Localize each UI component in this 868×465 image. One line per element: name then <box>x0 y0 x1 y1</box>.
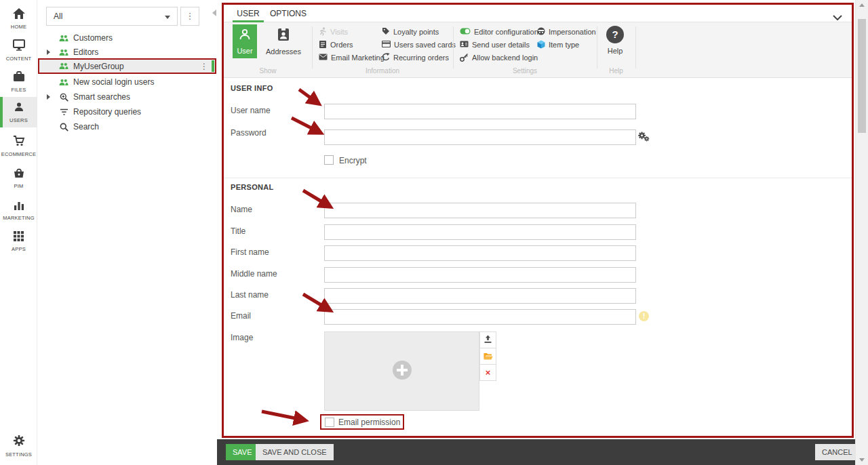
ribbon-send-user-details-button[interactable]: Send user details <box>460 39 530 50</box>
ribbon-separator <box>312 26 313 68</box>
image-delete-button[interactable]: × <box>479 364 496 381</box>
ribbon-button-label: User <box>237 47 252 55</box>
email-input[interactable] <box>324 309 636 325</box>
sidebar-item-pim[interactable]: PIM <box>0 163 37 193</box>
tree-panel: All ⋮ Customers Editors MyUserGroup ⋮ Ne… <box>38 0 217 465</box>
home-icon <box>13 8 25 22</box>
first-name-input[interactable] <box>324 245 636 261</box>
footer-action-bar: SAVE SAVE AND CLOSE CANCEL <box>217 439 855 465</box>
panel-collapse-icon[interactable] <box>212 9 216 16</box>
ribbon-email-marketing-button[interactable]: Email Marketing <box>319 52 384 63</box>
tree-item-label: Customers <box>73 33 113 43</box>
ribbon-editor-configuration-toggle[interactable]: Editor configuration <box>460 26 538 37</box>
chevron-down-icon <box>165 16 170 19</box>
last-name-input[interactable] <box>324 288 636 304</box>
password-gears-icon[interactable] <box>638 132 650 144</box>
scrollbar-down-arrow-icon[interactable] <box>859 458 865 462</box>
address-badge-icon <box>276 27 291 45</box>
tree-menu-button[interactable]: ⋮ <box>180 7 199 26</box>
scrollbar-thumb[interactable] <box>858 19 866 133</box>
tab-options[interactable]: OPTIONS <box>268 5 309 22</box>
ribbon-item-type-button[interactable]: Item type <box>537 39 579 50</box>
ribbon-group-label: Settings <box>453 67 597 75</box>
recurring-arrow-icon <box>382 53 390 62</box>
name-input[interactable] <box>324 203 636 218</box>
ribbon-impersonation-button[interactable]: Impersonation <box>537 26 596 37</box>
tree-item-label: Smart searches <box>73 92 130 102</box>
image-browse-button[interactable] <box>479 348 496 365</box>
question-mark-icon: ? <box>612 28 618 40</box>
ribbon-allow-backend-login-button[interactable]: Allow backend login <box>460 52 538 63</box>
tree-item-label: MyUserGroup <box>73 62 124 71</box>
ribbon-orders-button[interactable]: Orders <box>319 39 353 50</box>
selection-accent-bar <box>212 60 214 72</box>
person-icon <box>14 102 24 115</box>
sidebar-item-home[interactable]: HOME <box>0 4 37 34</box>
key-icon <box>460 53 469 63</box>
user-name-input[interactable] <box>324 104 636 119</box>
save-button[interactable]: SAVE <box>226 444 259 460</box>
tree-item-search[interactable]: Search <box>58 120 99 134</box>
warning-glyph: ! <box>643 312 646 320</box>
credit-card-icon <box>382 41 391 49</box>
tag-icon <box>382 27 390 37</box>
ribbon-separator <box>597 26 597 68</box>
title-input[interactable] <box>324 224 636 240</box>
filter-icon <box>58 108 69 116</box>
ribbon-collapse-chevron-icon[interactable] <box>833 11 842 23</box>
sidebar-item-content[interactable]: CONTENT <box>0 35 37 65</box>
image-upload-button[interactable] <box>479 331 496 348</box>
encrypt-checkbox[interactable] <box>324 155 334 165</box>
expand-arrow-icon[interactable] <box>47 49 50 55</box>
sidebar-item-settings[interactable]: SETTINGS <box>0 431 37 461</box>
sidebar-item-marketing[interactable]: MARKETING <box>0 195 37 225</box>
ribbon-users-saved-cards-button[interactable]: Users saved cards <box>382 39 456 50</box>
ribbon-item-label: Impersonation <box>549 28 596 36</box>
tree-item-editors[interactable]: Editors <box>58 45 98 59</box>
tree-item-customers[interactable]: Customers <box>58 31 113 45</box>
ribbon: User Addresses Show Visits Orders Email … <box>224 22 852 78</box>
user-icon <box>238 28 252 44</box>
tab-user[interactable]: USER <box>233 5 264 22</box>
kebab-menu-icon[interactable]: ⋮ <box>200 62 208 71</box>
tree-item-smart-searches[interactable]: Smart searches <box>58 90 130 104</box>
sidebar-item-files[interactable]: FILES <box>0 67 37 97</box>
cancel-button[interactable]: CANCEL <box>815 444 859 460</box>
sidebar-item-users[interactable]: USERS <box>0 97 37 127</box>
sidebar-item-label: ECOMMERCE <box>1 151 36 157</box>
sidebar-item-label: PIM <box>14 183 24 189</box>
ribbon-addresses-button[interactable]: Addresses <box>264 24 303 58</box>
expand-arrow-icon[interactable] <box>47 94 50 100</box>
ribbon-user-button[interactable]: User <box>233 24 257 58</box>
tree-item-label: Repository queries <box>73 107 141 117</box>
tree-item-repository-queries[interactable]: Repository queries <box>58 105 141 119</box>
ribbon-item-label: Email Marketing <box>331 54 384 62</box>
sidebar-item-label: CONTENT <box>6 56 32 62</box>
sidebar-item-label: MARKETING <box>3 215 34 221</box>
sidebar-item-apps[interactable]: APPS <box>0 226 37 256</box>
middle-name-input[interactable] <box>324 267 636 283</box>
vertical-scrollbar[interactable] <box>855 0 868 465</box>
ribbon-item-label: Users saved cards <box>394 41 456 49</box>
group-filter-dropdown[interactable]: All <box>46 7 178 26</box>
sidebar-item-ecommerce[interactable]: ECOMMERCE <box>0 132 37 161</box>
kebab-menu-icon: ⋮ <box>186 11 195 21</box>
email-warning-icon: ! <box>639 311 649 321</box>
help-button[interactable]: ? <box>606 26 624 43</box>
grid-icon <box>14 231 24 244</box>
tree-item-myusergroup-selected[interactable]: MyUserGroup ⋮ <box>38 58 216 74</box>
email-permission-annotation-box: Email permission <box>320 414 404 430</box>
email-permission-checkbox[interactable] <box>325 418 334 427</box>
tree-item-label: Search <box>73 122 99 132</box>
gear-icon <box>13 434 25 449</box>
ribbon-recurring-orders-button[interactable]: Recurring orders <box>382 52 449 63</box>
tree-item-new-social-login-users[interactable]: New social login users <box>58 75 154 89</box>
password-input[interactable] <box>324 129 636 145</box>
ribbon-item-label: Send user details <box>472 41 530 49</box>
tab-label: OPTIONS <box>270 9 307 18</box>
save-and-close-button[interactable]: SAVE AND CLOSE <box>256 444 334 460</box>
tree-item-label: Editors <box>73 47 98 57</box>
image-dropzone[interactable] <box>324 331 479 411</box>
ribbon-loyalty-points-button[interactable]: Loyalty points <box>382 26 439 37</box>
scrollbar-up-arrow-icon[interactable] <box>859 3 865 7</box>
